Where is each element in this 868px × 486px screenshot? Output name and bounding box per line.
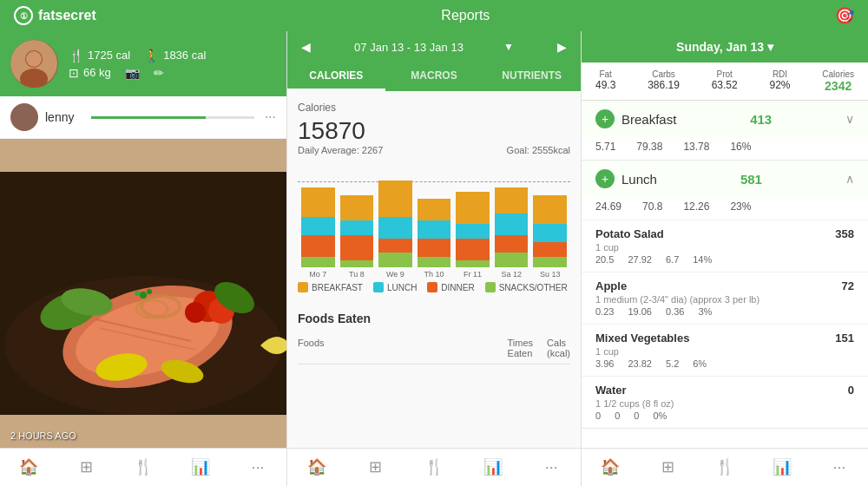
bar-label-Tu 8: Tu 8 [349,270,365,279]
username: lenny [45,110,74,124]
food-item-macros: 20.527.926.714% [595,254,854,265]
left-bottom-nav: 🏠 ⊞ 🍴 📊 ··· [0,448,286,486]
food-item-desc: 1 cup [595,242,854,253]
user-stats-row: 🍴 1725 cal 🚶 1836 cal ⊡ 66 kg [10,40,276,88]
tab-nutrients[interactable]: NUTRIENTS [483,62,581,91]
reports-icon: 📊 [191,457,210,476]
bar-segment-lunch [418,220,451,239]
middle-header: ◀ 07 Jan 13 - 13 Jan 13 ▼ ▶ [287,31,581,62]
add-meal-btn-lunch[interactable]: + [595,169,615,188]
food-item-name: Mixed Vegetables [595,332,689,345]
mid-reports-icon: 📊 [483,457,503,476]
meal-header-lunch[interactable]: +Lunch581∧ [582,161,868,197]
right-nav-more[interactable]: ··· [811,449,868,486]
tab-macros[interactable]: MACROS [385,62,483,91]
middle-bottom-nav: 🏠 ⊞ 🍴 📊 ··· [287,448,581,486]
food-macro-val: 0 [615,410,620,421]
mid-nav-food[interactable]: 🍴 [404,449,464,486]
right-nav-reports[interactable]: 📊 [753,449,811,486]
food-item-name: Apple [595,279,627,292]
header-center-title: Reports [441,8,490,23]
right-content: +Breakfast413∨5.7179.3813.7816%+Lunch581… [582,101,868,448]
right-nav-food[interactable]: 🍴 [696,449,753,486]
mid-nav-diary[interactable]: ⊞ [346,449,405,486]
nav-reports[interactable]: 📊 [172,449,229,486]
right-date-title[interactable]: Sunday, Jan 13 ▾ [676,40,773,54]
nutrition-summary: Fat 49.3 Carbs 386.19 Prot 63.52 RDI 92%… [582,62,868,101]
meal-header-breakfast[interactable]: +Breakfast413∨ [582,101,868,137]
dots-menu[interactable]: ··· [265,109,276,125]
nav-home[interactable]: 🏠 [0,449,57,486]
mid-food-icon: 🍴 [424,457,444,476]
mid-nav-reports[interactable]: 📊 [464,449,523,486]
calories-eaten-stat: 🍴 1725 cal [69,49,130,62]
food-macro-val: 23.82 [628,358,652,369]
bar-chart: Mo 7Tu 8We 9Th 10Fr 11Sa 12Su 13 [298,166,570,279]
calories-eaten-value: 1725 cal [88,49,130,62]
bar-segment-lunch [301,217,335,235]
edit-stat[interactable]: ✏ [154,66,164,80]
date-dropdown-icon[interactable]: ▼ [503,41,514,53]
food-macro-val: 3% [698,306,712,317]
right-nav-home[interactable]: 🏠 [582,449,639,486]
meal-header-left: +Breakfast [595,109,676,128]
meal-name: Breakfast [621,112,676,127]
food-item-name: Potato Salad [595,227,664,240]
middle-panel: ◀ 07 Jan 13 - 13 Jan 13 ▼ ▶ CALORIES MAC… [286,31,582,486]
calories-burned-value: 1836 cal [163,49,206,62]
carbs-summary: Carbs 386.19 [648,69,680,93]
foods-eaten-title: Foods Eaten [298,312,570,325]
svg-point-20 [140,292,147,299]
food-item-header: Apple72 [595,279,854,292]
walk-icon: 🚶 [144,49,159,62]
svg-point-22 [135,291,140,296]
prot-label: Prot [717,69,733,79]
bar-group-Fr 11: Fr 11 [456,192,490,279]
macro-val: 79.38 [636,141,662,153]
legend-label-breakfast: BREAKFAST [312,283,363,292]
prev-date-arrow[interactable]: ◀ [298,38,314,56]
progress-bar-container [91,116,253,119]
macro-val: 12.26 [683,200,709,213]
bar-label-Sa 12: Sa 12 [501,270,522,279]
bar-segment-breakfast [378,181,412,217]
mid-nav-more[interactable]: ··· [522,449,581,486]
nav-diary[interactable]: ⊞ [57,449,115,486]
right-header: Sunday, Jan 13 ▾ [582,31,868,62]
camera-stat[interactable]: 📷 [125,66,140,80]
svg-point-12 [185,302,206,323]
food-item-desc: 1 1/2 cups (8 fl oz) [595,398,854,409]
bar-segment-lunch [533,224,567,242]
middle-content: Calories 15870 Daily Average: 2267 Goal:… [287,91,581,448]
food-macro-val: 0% [653,410,667,421]
right-nav-diary[interactable]: ⊞ [639,449,696,486]
calories-meta: Daily Average: 2267 Goal: 2555kcal [298,145,570,155]
food-item-calories: 151 [835,332,854,345]
food-image: 2 HOURS AGO [0,139,286,448]
mid-diary-icon: ⊞ [369,457,382,476]
nav-food[interactable]: 🍴 [115,449,172,486]
food-item-desc: 1 cup [595,346,854,357]
meal-section-breakfast: +Breakfast413∨5.7179.3813.7816% [582,101,868,161]
bar-segment-snacks [340,260,374,267]
tab-calories[interactable]: CALORIES [287,62,385,91]
tab-bar: CALORIES MACROS NUTRIENTS [287,62,581,91]
food-item-calories: 72 [842,279,854,292]
meal-calories: 581 [740,172,762,187]
col-times: TimesEaten [508,338,534,358]
add-meal-btn-breakfast[interactable]: + [595,109,615,128]
meal-chevron: ∧ [845,172,854,186]
next-date-arrow[interactable]: ▶ [554,38,570,56]
food-item-macros: 3.9623.825.26% [595,358,854,369]
user-progress [81,116,264,119]
nav-more[interactable]: ··· [229,449,286,486]
app-header: ① fatsecret Reports 🎯 [0,0,868,31]
right-diary-icon: ⊞ [661,457,674,476]
legend-color-lunch [373,282,384,292]
bar-group-Su 13: Su 13 [533,195,567,279]
mid-nav-home[interactable]: 🏠 [287,449,346,486]
right-more-icon: ··· [832,458,845,476]
right-food-icon: 🍴 [715,457,734,476]
right-home-icon: 🏠 [601,457,620,476]
meal-chevron: ∨ [845,112,854,126]
